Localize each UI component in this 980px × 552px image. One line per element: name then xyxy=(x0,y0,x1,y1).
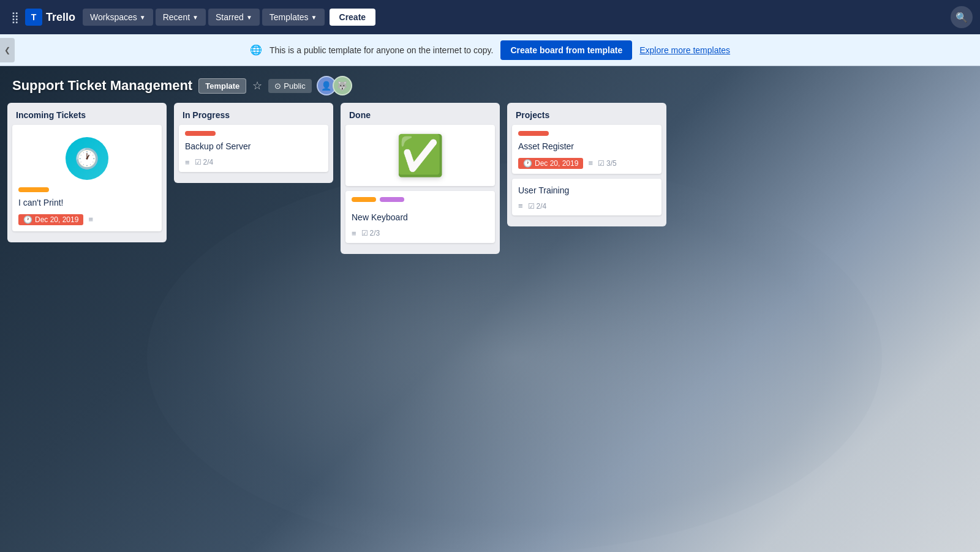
starred-button[interactable]: Starred ▼ xyxy=(208,9,260,26)
grid-icon[interactable]: ⣿ xyxy=(7,7,23,28)
templates-button[interactable]: Templates ▼ xyxy=(262,9,325,26)
label-purple xyxy=(380,197,404,202)
card-footer: ≡ ☑ 2/4 xyxy=(518,201,655,211)
card-footer: 🕐 Dec 20, 2019 ≡ ☑ 3/5 xyxy=(518,158,655,169)
label-orange xyxy=(18,187,49,192)
public-visibility-button[interactable]: ⊙ Public xyxy=(268,79,311,93)
list-title: Done xyxy=(345,109,495,125)
card-backup-of-server[interactable]: Backup of Server ≡ ☑ 2/4 xyxy=(179,125,328,172)
navbar: ⣿ T Trello Workspaces ▼ Recent ▼ Starred… xyxy=(0,0,980,34)
list-done: Done ✅ New Keyboard ≡ ☑ 2/3 xyxy=(341,103,500,254)
menu-icon: ≡ xyxy=(185,158,190,167)
checklist-badge: ☑ 3/5 xyxy=(598,159,617,168)
chevron-down-icon: ▼ xyxy=(311,14,317,21)
chevron-down-icon: ▼ xyxy=(192,14,198,21)
card-title: Asset Register xyxy=(518,141,655,153)
card-new-keyboard-checkmark[interactable]: ✅ xyxy=(345,125,495,186)
card-title: New Keyboard xyxy=(352,212,489,224)
card-asset-register[interactable]: Asset Register 🕐 Dec 20, 2019 ≡ ☑ 3/5 xyxy=(512,125,662,174)
card-title: User Training xyxy=(518,185,655,197)
checklist-badge: ☑ 2/3 xyxy=(361,229,380,237)
label-red xyxy=(185,131,216,136)
create-button[interactable]: Create xyxy=(330,9,376,26)
label-red xyxy=(518,131,549,136)
label-orange xyxy=(352,197,376,202)
checklist-badge: ☑ 2/4 xyxy=(195,158,214,166)
checklist-icon: ☑ xyxy=(195,158,202,166)
logo[interactable]: T Trello xyxy=(25,9,75,26)
chevron-down-icon: ▼ xyxy=(140,14,146,21)
checklist-icon: ☑ xyxy=(598,159,605,168)
avatar[interactable]: 🐺 xyxy=(333,76,352,95)
menu-icon: ≡ xyxy=(518,201,523,211)
list-in-progress: In Progress Backup of Server ≡ ☑ 2/4 xyxy=(174,103,333,183)
create-board-from-template-button[interactable]: Create board from template xyxy=(500,40,632,60)
list-title: In Progress xyxy=(179,109,328,125)
card-footer: ≡ ☑ 2/4 xyxy=(185,158,322,167)
clock-small-icon: 🕐 xyxy=(23,215,32,224)
logo-text: Trello xyxy=(46,11,75,24)
sidebar-toggle-button[interactable]: ❮ xyxy=(0,38,15,62)
list-projects: Projects Asset Register 🕐 Dec 20, 2019 ≡… xyxy=(507,103,666,226)
board-header: Support Ticket Management Template ☆ ⊙ P… xyxy=(0,66,980,103)
card-footer: 🕐 Dec 20, 2019 ≡ xyxy=(18,214,156,225)
card-title: Backup of Server xyxy=(185,141,322,153)
menu-icon: ≡ xyxy=(588,159,593,168)
checklist-icon: ☑ xyxy=(361,229,368,237)
recent-button[interactable]: Recent ▼ xyxy=(156,9,206,26)
card-footer: ≡ ☑ 2/3 xyxy=(352,229,489,238)
public-template-banner: ❮ 🌐 This is a public template for anyone… xyxy=(0,34,980,66)
list-title: Projects xyxy=(512,109,662,125)
member-avatars: 👤 🐺 xyxy=(320,76,352,95)
card-user-training[interactable]: User Training ≡ ☑ 2/4 xyxy=(512,179,662,216)
checklist-badge: ☑ 2/4 xyxy=(528,202,547,211)
explore-templates-link[interactable]: Explore more templates xyxy=(639,45,730,55)
visibility-icon: ⊙ xyxy=(274,81,281,91)
search-icon[interactable]: 🔍 xyxy=(951,6,973,28)
chevron-down-icon: ▼ xyxy=(246,14,252,21)
checkmark-icon: ✅ xyxy=(396,133,445,179)
board-area: Support Ticket Management Template ☆ ⊙ P… xyxy=(0,66,980,552)
clock-icon: 🕐 xyxy=(66,137,108,180)
globe-icon: 🌐 xyxy=(250,44,262,56)
trello-logo-icon: T xyxy=(25,9,42,26)
card-title: I can't Print! xyxy=(18,197,156,209)
list-title: Incoming Tickets xyxy=(12,109,162,125)
workspaces-button[interactable]: Workspaces ▼ xyxy=(83,9,153,26)
due-date-badge: 🕐 Dec 20, 2019 xyxy=(518,158,583,169)
menu-icon: ≡ xyxy=(352,229,356,238)
checklist-icon: ☑ xyxy=(528,202,535,211)
menu-icon: ≡ xyxy=(88,215,93,224)
list-incoming-tickets: Incoming Tickets 🕐 I can't Print! 🕐 Dec … xyxy=(7,103,167,242)
clock-icon: 🕐 xyxy=(523,159,532,168)
template-badge[interactable]: Template xyxy=(198,78,246,94)
card-i-cant-print[interactable]: 🕐 I can't Print! 🕐 Dec 20, 2019 ≡ xyxy=(12,125,162,231)
board-title: Support Ticket Management xyxy=(12,78,192,94)
card-new-keyboard[interactable]: New Keyboard ≡ ☑ 2/3 xyxy=(345,191,495,243)
lists-container: Incoming Tickets 🕐 I can't Print! 🕐 Dec … xyxy=(0,103,980,254)
banner-text: This is a public template for anyone on … xyxy=(270,45,494,55)
due-date-badge: 🕐 Dec 20, 2019 xyxy=(18,214,83,225)
star-button[interactable]: ☆ xyxy=(252,79,262,92)
